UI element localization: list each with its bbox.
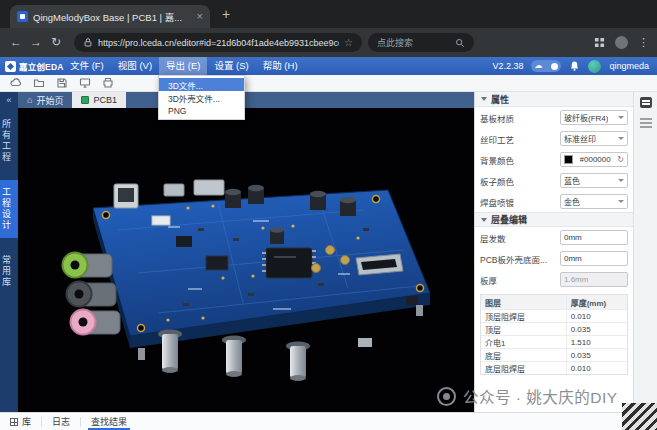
right-icon-rail <box>633 92 657 412</box>
left-sidebar-rail: « 所有工程 工程设计 常用库 <box>0 92 18 412</box>
monitor-icon[interactable] <box>79 77 91 89</box>
library-grid-icon <box>10 418 18 426</box>
table-row[interactable]: 底层 0.035 <box>481 348 627 361</box>
notification-bell-icon[interactable] <box>569 60 580 72</box>
eda-logo-icon <box>5 61 16 72</box>
pcb-3d-viewport[interactable] <box>18 108 474 412</box>
quick-search-field[interactable]: 点此搜索 <box>368 33 474 52</box>
properties-title: 属性 <box>491 93 509 106</box>
menu-export[interactable]: 导出 (E) <box>159 57 207 75</box>
save-icon[interactable] <box>56 77 68 89</box>
board-color-select[interactable]: 蓝色 <box>560 173 628 188</box>
menu-item-3d-file[interactable]: 3D文件... <box>159 78 244 91</box>
url-field[interactable]: https://pro.lceda.cn/editor#id=21d6b04f1… <box>74 33 362 52</box>
browser-menu-icon[interactable]: ⋮ <box>638 36 649 49</box>
menu-view[interactable]: 视图 (V) <box>111 57 159 75</box>
collapse-arrow-icon <box>481 218 487 222</box>
board-thickness-input: 1.6mm <box>560 272 628 287</box>
cloud-icon: ☁ <box>534 62 542 70</box>
pcb-3d-model <box>18 108 474 412</box>
site-favicon-icon <box>17 11 28 22</box>
cloud-save-icon[interactable] <box>10 77 22 89</box>
collapse-sidebar-icon[interactable]: « <box>6 95 11 105</box>
sidebar-tab-common-library[interactable]: 常用库 <box>0 248 18 295</box>
cloud-sync-toggle[interactable]: ☁ <box>531 60 561 72</box>
shell-bottom-input[interactable]: 0mm <box>560 251 628 266</box>
background-color-picker[interactable]: #000000 ↻ <box>560 152 628 167</box>
new-tab-button[interactable]: + <box>222 6 230 22</box>
tab-start-page[interactable]: ⌂ 开始页 <box>18 92 72 108</box>
browser-profile-avatar[interactable] <box>615 36 628 49</box>
substrate-material-select[interactable]: 玻纤板(FR4) <box>560 110 628 125</box>
properties-panel: 属性 基板材质 玻纤板(FR4) 丝印工艺 标准丝印 背景颜色 #000000 … <box>474 92 633 412</box>
browser-address-bar: ← → ↻ https://pro.lceda.cn/editor#id=21d… <box>0 28 657 57</box>
menu-item-3d-shell-file[interactable]: 3D外壳文件... <box>159 91 244 104</box>
layer-explode-input[interactable]: 0mm <box>560 230 628 245</box>
silkscreen-process-select[interactable]: 标准丝印 <box>560 131 628 146</box>
bookmark-star-icon[interactable]: ☆ <box>344 37 353 48</box>
field-label-layer-explode: 层发散 <box>480 232 506 244</box>
sidebar-tab-project-design[interactable]: 工程设计 <box>0 180 18 238</box>
eda-brand-name: 嘉立创EDA <box>19 60 64 72</box>
table-header-row: 图层 厚度(mm) <box>481 295 627 309</box>
chevron-down-icon <box>618 200 624 203</box>
print-icon[interactable] <box>102 77 114 89</box>
chevron-down-icon <box>618 116 624 119</box>
field-label-board-color: 板子颜色 <box>480 175 514 187</box>
search-icon <box>455 38 465 48</box>
tab-close-icon[interactable]: × <box>197 11 203 22</box>
tab-pcb1[interactable]: PCB1 <box>72 92 126 108</box>
menu-items: 文件 (F) 视图 (V) 导出 (E) 设置 (S) 帮助 (H) <box>63 57 305 75</box>
forward-icon[interactable]: → <box>28 35 44 49</box>
menu-help[interactable]: 帮助 (H) <box>256 57 305 75</box>
pcb-icon <box>81 96 89 104</box>
chevron-down-icon <box>618 179 624 182</box>
search-results-tab-label: 查找结果 <box>91 415 127 428</box>
apps-grid-icon[interactable] <box>594 37 605 48</box>
menu-file[interactable]: 文件 (F) <box>63 57 111 75</box>
field-label-silkscreen: 丝印工艺 <box>480 133 514 145</box>
field-label-substrate: 基板材质 <box>480 112 514 124</box>
dock-tab-library[interactable]: 库 <box>0 413 41 430</box>
open-folder-icon[interactable] <box>33 77 45 89</box>
browser-tab[interactable]: QingMelodyBox Base | PCB1 | 嘉... × <box>10 5 210 28</box>
color-swatch[interactable] <box>564 155 573 164</box>
username-label: qingmeda <box>609 61 649 71</box>
table-row[interactable]: 顶层阻焊层 0.010 <box>481 309 627 322</box>
refresh-icon[interactable]: ↻ <box>48 35 64 49</box>
sidebar-tab-all-projects[interactable]: 所有工程 <box>0 112 18 170</box>
panel-layout-icon[interactable] <box>640 97 652 108</box>
layer-stack-section-header[interactable]: 层叠编辑 <box>475 212 633 227</box>
eda-menubar: 嘉立创EDA 文件 (F) 视图 (V) 导出 (E) 设置 (S) 帮助 (H… <box>0 57 657 75</box>
start-tab-label: 开始页 <box>36 94 63 107</box>
browser-tab-title: QingMelodyBox Base | PCB1 | 嘉... <box>33 10 192 24</box>
table-row[interactable]: 介电1 1.510 <box>481 335 627 348</box>
reset-color-icon[interactable]: ↻ <box>617 155 624 164</box>
chevron-down-icon <box>618 137 624 140</box>
layer-stack-table: 图层 厚度(mm) 顶层阻焊层 0.010 顶层 0.035 介电1 1.510… <box>480 294 628 375</box>
field-label-background-color: 背景颜色 <box>480 154 514 166</box>
bottom-dock-bar: 库 日志 查找结果 <box>0 412 657 430</box>
quick-toolbar <box>0 75 657 92</box>
properties-header[interactable]: 属性 <box>475 92 633 107</box>
table-row[interactable]: 底层阻焊层 0.010 <box>481 361 627 374</box>
toggle-knob <box>551 63 558 70</box>
pad-plating-select[interactable]: 金色 <box>560 194 628 209</box>
dock-tab-log[interactable]: 日志 <box>42 413 80 430</box>
panel-menu-icon[interactable] <box>640 118 652 120</box>
log-tab-label: 日志 <box>52 415 70 428</box>
home-icon: ⌂ <box>27 96 32 105</box>
browser-tab-bar: QingMelodyBox Base | PCB1 | 嘉... × + <box>0 0 657 28</box>
user-avatar[interactable] <box>588 60 601 73</box>
dock-tab-search-results[interactable]: 查找结果 <box>81 413 137 430</box>
export-dropdown-menu: 3D文件... 3D外壳文件... PNG <box>158 75 245 120</box>
menu-item-png[interactable]: PNG <box>159 104 244 117</box>
lock-icon <box>83 37 93 48</box>
back-icon[interactable]: ← <box>8 35 24 49</box>
menu-settings[interactable]: 设置 (S) <box>207 57 255 75</box>
table-row[interactable]: 顶层 0.035 <box>481 322 627 335</box>
field-label-board-thickness: 板厚 <box>480 274 497 286</box>
pcb-tab-label: PCB1 <box>93 95 117 105</box>
field-label-pad-plating: 焊盘喷镀 <box>480 196 514 208</box>
watermark-logo-icon <box>437 387 456 406</box>
